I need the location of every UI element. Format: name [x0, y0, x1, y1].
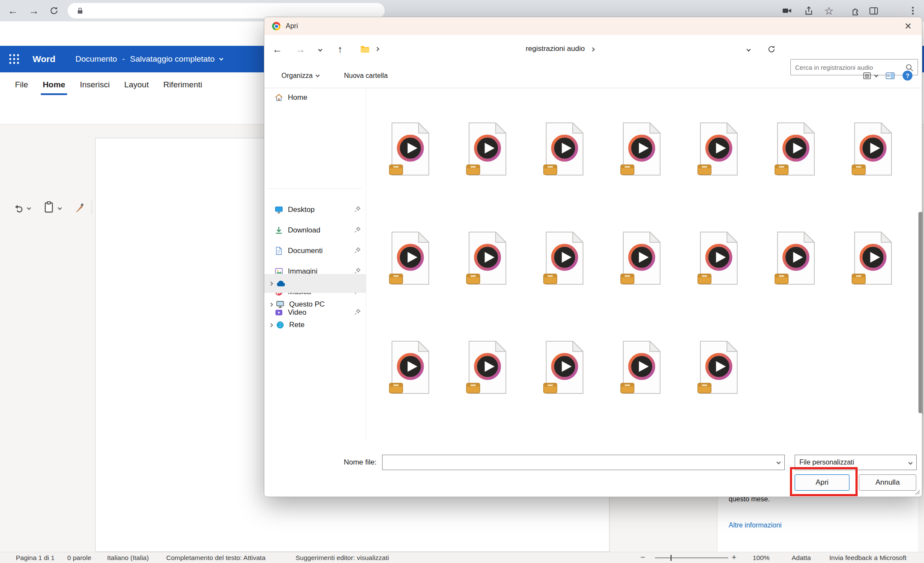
home-icon — [275, 93, 283, 102]
organize-label: Organizza — [281, 72, 313, 80]
nav-up-icon[interactable]: ↑ — [332, 35, 349, 63]
file-item[interactable] — [852, 122, 894, 176]
toolbar-separator — [92, 200, 92, 214]
word-logo[interactable]: Word — [33, 54, 55, 64]
zoom-slider-thumb[interactable] — [670, 555, 672, 561]
help-icon[interactable]: ? — [903, 71, 912, 80]
sidebar-divider — [269, 188, 362, 189]
new-folder-button[interactable]: Nuova cartella — [344, 72, 388, 80]
file-item[interactable] — [620, 122, 663, 176]
file-item[interactable] — [697, 122, 740, 176]
filetype-combo[interactable]: File personalizzati — [795, 455, 917, 470]
file-grid-row — [366, 340, 918, 395]
zoom-level[interactable]: 100% — [753, 554, 770, 562]
file-item[interactable] — [389, 122, 432, 176]
browser-forward-icon[interactable]: → — [24, 0, 43, 21]
address-dropdown-chevron-icon[interactable] — [740, 35, 757, 63]
file-item[interactable] — [697, 231, 740, 286]
zoom-out-button[interactable]: − — [640, 553, 645, 562]
file-item[interactable] — [389, 340, 432, 395]
format-painter-icon[interactable] — [74, 202, 85, 215]
chevron-down-icon — [219, 56, 224, 60]
zoom-slider-track[interactable] — [655, 557, 728, 558]
download-icon — [275, 226, 283, 235]
tab-riferimenti[interactable]: Riferimenti — [156, 72, 209, 97]
nav-recent-chevron-icon[interactable] — [311, 35, 329, 63]
file-item[interactable] — [774, 122, 817, 176]
media-file-icon — [697, 340, 740, 395]
status-editor-suggestions[interactable]: Suggerimenti editor: visualizzati — [296, 554, 389, 562]
paste-chevron-icon[interactable] — [58, 206, 62, 210]
browser-reload-icon[interactable] — [45, 0, 63, 21]
save-status: Salvataggio completato — [130, 54, 215, 64]
file-item[interactable] — [620, 231, 663, 286]
preview-pane-button[interactable] — [885, 71, 895, 80]
chrome-logo-icon — [272, 22, 281, 30]
tab-file[interactable]: File — [8, 72, 36, 97]
zoom-in-button[interactable]: + — [732, 553, 736, 562]
file-item[interactable] — [697, 340, 740, 395]
sidebar-item-download[interactable]: Download — [264, 220, 366, 241]
waffle-icon[interactable] — [9, 54, 20, 66]
status-language[interactable]: Italiano (Italia) — [107, 554, 149, 562]
status-word-count[interactable]: 0 parole — [67, 554, 91, 562]
dialog-nav-bar: ← → ↑ registrazioni audio — [264, 35, 922, 63]
sidebar-label: Desktop — [288, 206, 314, 214]
organize-button[interactable]: Organizza — [281, 72, 319, 80]
feedback-link[interactable]: Invia feedback a Microsoft — [829, 554, 906, 562]
file-item[interactable] — [466, 122, 509, 176]
cancel-button[interactable]: Annulla — [859, 474, 916, 491]
sidebar-item-desktop[interactable]: Desktop — [264, 200, 366, 220]
sidebar-item-home[interactable]: Home — [264, 88, 366, 107]
expand-chevron-icon[interactable] — [269, 323, 273, 327]
filename-input[interactable] — [383, 455, 784, 470]
pin-icon — [354, 206, 361, 214]
sidebar-item-onedrive[interactable] — [264, 274, 366, 293]
expand-chevron-icon[interactable] — [269, 281, 273, 286]
file-list-scrollbar-thumb[interactable] — [918, 212, 922, 413]
file-item[interactable] — [543, 340, 586, 395]
file-item[interactable] — [852, 231, 894, 286]
status-text-completion[interactable]: Completamento del testo: Attivata — [166, 554, 266, 562]
browser-back-icon[interactable]: ← — [3, 0, 22, 21]
file-item[interactable] — [774, 231, 817, 286]
file-item[interactable] — [620, 340, 663, 395]
undo-chevron-icon[interactable] — [27, 206, 31, 210]
sidebar-label: Rete — [289, 321, 305, 329]
undo-icon[interactable] — [13, 202, 24, 215]
file-item[interactable] — [543, 122, 586, 176]
breadcrumb-folder[interactable]: registrazioni audio — [496, 45, 624, 53]
sidebar-item-rete[interactable]: Rete — [264, 316, 366, 334]
onedrive-cloud-icon — [276, 280, 286, 287]
close-icon[interactable]: × — [898, 17, 918, 35]
sidebar-item-questo-pc[interactable]: Questo PC — [264, 295, 366, 314]
chevron-down-icon — [909, 460, 913, 465]
tab-inserisci[interactable]: Inserisci — [72, 72, 117, 97]
nav-back-icon[interactable]: ← — [269, 35, 286, 63]
file-item[interactable] — [466, 231, 509, 286]
sidebar-label: Documenti — [288, 247, 323, 255]
sidebar-label: Questo PC — [289, 300, 325, 309]
file-grid-row — [366, 122, 918, 176]
dialog-command-bar: Organizza Nuova cartella ? — [264, 63, 922, 88]
tab-home[interactable]: Home — [36, 72, 73, 97]
file-item[interactable] — [543, 231, 586, 286]
more-info-link[interactable]: Altre informazioni — [729, 521, 782, 529]
open-button[interactable]: Apri — [795, 474, 849, 491]
paste-clipboard-icon[interactable] — [43, 201, 54, 215]
document-title[interactable]: Documento - Salvataggio completato — [75, 54, 223, 64]
media-file-icon — [852, 231, 894, 286]
resize-grip[interactable] — [914, 489, 920, 495]
nav-forward-icon[interactable]: → — [292, 35, 309, 63]
status-page-count[interactable]: Pagina 1 di 1 — [16, 554, 55, 562]
fit-label[interactable]: Adatta — [792, 554, 811, 562]
address-bar[interactable] — [68, 3, 385, 18]
sidebar-item-documenti[interactable]: Documenti — [264, 241, 366, 261]
file-item[interactable] — [466, 340, 509, 395]
file-item[interactable] — [389, 231, 432, 286]
refresh-icon[interactable] — [763, 35, 780, 63]
tab-layout[interactable]: Layout — [117, 72, 156, 97]
expand-chevron-icon[interactable] — [269, 302, 273, 307]
view-mode-button[interactable] — [863, 71, 878, 80]
sidebar-home-label: Home — [288, 93, 307, 102]
